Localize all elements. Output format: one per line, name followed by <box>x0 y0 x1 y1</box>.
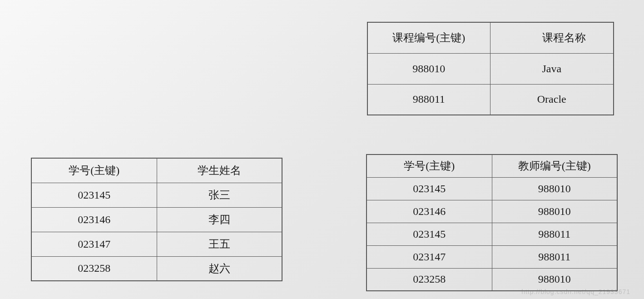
cell-teacher-id: 988011 <box>492 245 617 268</box>
table-header-row: 学号(主键) 学生姓名 <box>31 158 282 183</box>
header-course-id: 课程编号(主键) <box>367 22 490 53</box>
table-row: 023147 王五 <box>31 232 282 256</box>
table-row: 023258 988010 <box>367 268 617 291</box>
cell-course-id: 988010 <box>367 53 490 84</box>
cell-student-id: 023146 <box>31 207 157 232</box>
header-teacher-id: 教师编号(主键) <box>492 154 617 177</box>
cell-teacher-id: 988010 <box>492 177 617 200</box>
cell-student-id: 023145 <box>31 183 157 207</box>
table-row: 988011 Oracle <box>367 84 614 115</box>
table-row: 023147 988011 <box>367 245 617 268</box>
cell-student-name: 张三 <box>157 183 282 207</box>
table-row: 023145 张三 <box>31 183 282 207</box>
cell-student-name: 李四 <box>157 207 282 232</box>
cell-student-name: 赵六 <box>157 256 282 281</box>
table-row: 023146 988010 <box>367 200 617 223</box>
cell-student-id: 023147 <box>31 232 157 256</box>
header-student-name: 学生姓名 <box>157 158 282 183</box>
table-row: 023258 赵六 <box>31 256 282 281</box>
cell-student-id: 023145 <box>367 177 492 200</box>
cell-course-id: 988011 <box>367 84 490 115</box>
header-student-id: 学号(主键) <box>31 158 157 183</box>
table-row: 023146 李四 <box>31 207 282 232</box>
table-header-row: 学号(主键) 教师编号(主键) <box>367 154 617 177</box>
cell-student-id: 023258 <box>31 256 157 281</box>
courses-table: 课程编号(主键) 课程名称 988010 Java 988011 Oracle <box>367 22 614 115</box>
cell-student-id: 023145 <box>367 223 492 245</box>
cell-teacher-id: 988011 <box>492 223 617 245</box>
cell-course-name: Oracle <box>490 84 614 115</box>
cell-student-id: 023258 <box>367 268 492 291</box>
table-row: 023145 988011 <box>367 223 617 245</box>
cell-student-name: 王五 <box>157 232 282 256</box>
table-row: 023145 988010 <box>367 177 617 200</box>
students-table: 学号(主键) 学生姓名 023145 张三 023146 李四 023147 王… <box>31 158 282 281</box>
cell-student-id: 023147 <box>367 245 492 268</box>
cell-teacher-id: 988010 <box>492 268 617 291</box>
table-row: 988010 Java <box>367 53 614 84</box>
cell-student-id: 023146 <box>367 200 492 223</box>
cell-course-name: Java <box>490 53 614 84</box>
cell-teacher-id: 988010 <box>492 200 617 223</box>
header-student-id: 学号(主键) <box>367 154 492 177</box>
watermark-text: http://blog.csdn.net/qq_21933671 <box>521 288 630 295</box>
header-course-name: 课程名称 <box>490 22 614 53</box>
enrollment-table: 学号(主键) 教师编号(主键) 023145 988010 023146 988… <box>366 154 618 291</box>
table-header-row: 课程编号(主键) 课程名称 <box>367 22 614 53</box>
